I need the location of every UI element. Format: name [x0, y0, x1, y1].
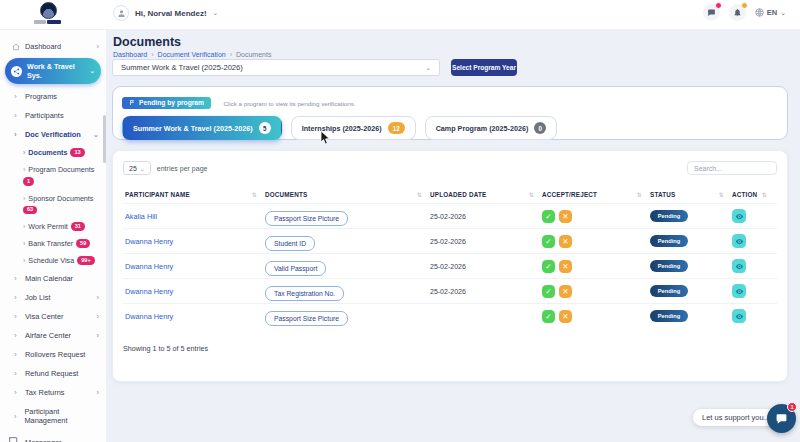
messages-button[interactable]	[703, 4, 720, 21]
sidebar-subitem-documents[interactable]: › Documents 13	[0, 144, 106, 161]
bell-icon	[733, 8, 742, 17]
participant-name[interactable]: Dwanna Henry	[125, 287, 265, 296]
chevron-right-icon: ›	[23, 240, 25, 247]
chevron-right-icon: ›	[11, 93, 20, 100]
reject-button[interactable]: ✕	[559, 260, 572, 273]
sidebar-subitem-schedule-visa[interactable]: › Schedule Visa 99+	[0, 252, 106, 269]
column-header-participant-name[interactable]: PARTICIPANT NAME⇅	[125, 191, 265, 198]
sidebar-subitem-work-permit[interactable]: › Work Permit 31	[0, 218, 106, 235]
pending-by-program-panel: Pending by program Click a program to vi…	[112, 86, 788, 140]
view-button[interactable]	[732, 259, 746, 273]
sidebar-item-messenger[interactable]: Messenger	[0, 430, 106, 442]
column-header-documents[interactable]: DOCUMENTS⇅	[265, 191, 430, 198]
language-selector[interactable]: EN ⌄	[755, 8, 786, 17]
accept-button[interactable]: ✓	[542, 260, 555, 273]
document-button[interactable]: Tax Registration No.	[265, 286, 344, 301]
document-button[interactable]: Valid Passport	[265, 261, 326, 276]
sidebar-item-participant-management[interactable]: › Participant Management	[0, 402, 106, 430]
flag-icon	[129, 99, 135, 106]
tab-summer-work-travel[interactable]: Summer Work & Travel (2025-2026) 5	[122, 116, 282, 140]
document-button[interactable]: Passport Size Picture	[265, 211, 348, 226]
sidebar-item-visa-center[interactable]: › Visa Center ›	[0, 307, 106, 326]
column-header-action[interactable]: ACTION⇅	[732, 191, 775, 198]
participant-name[interactable]: Dwanna Henry	[125, 237, 265, 246]
notifications-button[interactable]	[729, 4, 746, 21]
sidebar-item-work-travel-system[interactable]: Work & Travel Sys. ⌄	[5, 58, 101, 84]
sidebar-item-tax-returns[interactable]: › Tax Returns ›	[0, 383, 106, 402]
main-content: Documents Dashboard › Document Verificat…	[107, 30, 800, 442]
reject-button[interactable]: ✕	[559, 210, 572, 223]
participant-name[interactable]: Dwanna Henry	[125, 262, 265, 271]
sort-icon[interactable]: ⇅	[529, 191, 534, 198]
sort-icon[interactable]: ⇅	[417, 191, 422, 198]
top-header: Hi, Norval Mendez! ⌄ EN ⌄	[0, 0, 800, 30]
program-select[interactable]: Summer Work & Travel (2025-2026) ⌄	[112, 59, 440, 76]
status-badge: Pending	[650, 260, 688, 272]
document-button[interactable]: Student ID	[265, 236, 315, 251]
search-input[interactable]	[687, 161, 777, 175]
sidebar-item-programs[interactable]: › Programs	[0, 87, 106, 106]
participant-name[interactable]: Akalia Hill	[125, 212, 265, 221]
reject-button[interactable]: ✕	[559, 235, 572, 248]
chevron-right-icon: ›	[11, 370, 20, 377]
entries-per-page-label: entries per page	[157, 165, 208, 172]
tab-count-badge: 0	[534, 122, 546, 134]
chevron-down-icon: ⌄	[89, 67, 95, 75]
reject-button[interactable]: ✕	[559, 310, 572, 323]
tab-camp-program[interactable]: Camp Program (2025-2026) 0	[425, 116, 558, 140]
table-row: Dwanna Henry Passport Size Picture ✓ ✕ P…	[123, 303, 777, 328]
status-badge: Pending	[650, 210, 688, 222]
accept-button[interactable]: ✓	[542, 310, 555, 323]
count-badge: 99+	[77, 256, 95, 265]
chevron-right-icon: ›	[23, 166, 25, 173]
sort-icon[interactable]: ⇅	[637, 191, 642, 198]
count-badge: 1	[23, 177, 34, 186]
participant-name[interactable]: Dwanna Henry	[125, 312, 265, 321]
user-menu[interactable]: Hi, Norval Mendez! ⌄	[113, 5, 218, 21]
avatar	[113, 5, 129, 21]
accept-button[interactable]: ✓	[542, 210, 555, 223]
document-button[interactable]: Passport Size Picture	[265, 311, 348, 326]
chevron-right-icon: ›	[11, 389, 20, 396]
sidebar-subitem-bank-transfer[interactable]: › Bank Transfer 59	[0, 235, 106, 252]
view-button[interactable]	[732, 309, 746, 323]
sidebar-item-rollovers-request[interactable]: › Rollovers Request	[0, 345, 106, 364]
uploaded-date: 25-02-2026	[430, 213, 542, 220]
select-program-year-button[interactable]: Select Program Year	[451, 59, 517, 76]
sidebar-item-doc-verification[interactable]: › Doc Verification ⌄	[0, 125, 106, 144]
view-button[interactable]	[732, 234, 746, 248]
sidebar-item-airfare-center[interactable]: › Airfare Center ›	[0, 326, 106, 345]
sort-icon[interactable]: ⇅	[252, 191, 257, 198]
chat-bubble-icon	[8, 436, 18, 442]
eye-icon	[735, 237, 744, 246]
sort-icon[interactable]: ⇅	[762, 191, 767, 198]
sidebar-item-main-calendar[interactable]: › Main Calendar	[0, 269, 106, 288]
table-row: Dwanna Henry Valid Passport 25-02-2026 ✓…	[123, 253, 777, 278]
breadcrumb-dashboard[interactable]: Dashboard	[113, 51, 147, 58]
sort-icon[interactable]: ⇅	[719, 191, 724, 198]
chat-launcher-button[interactable]: 1	[767, 404, 796, 433]
status-badge: Pending	[650, 310, 688, 322]
entries-per-page-select[interactable]: 25 ⌄	[123, 161, 151, 175]
message-icon	[707, 8, 716, 17]
chevron-right-icon: ›	[11, 275, 20, 282]
sidebar-item-participants[interactable]: › Participants	[0, 106, 106, 125]
sidebar-item-dashboard[interactable]: Dashboard ›	[0, 37, 106, 56]
tab-internships[interactable]: Internships (2025-2026) 12	[291, 116, 416, 140]
accept-button[interactable]: ✓	[542, 285, 555, 298]
column-header-uploaded-date[interactable]: UPLOADED DATE⇅	[430, 191, 542, 198]
accept-button[interactable]: ✓	[542, 235, 555, 248]
sidebar-scrollbar[interactable]	[103, 115, 106, 163]
reject-button[interactable]: ✕	[559, 285, 572, 298]
column-header-accept-reject[interactable]: ACCEPT/REJECT⇅	[542, 191, 650, 198]
sidebar-subitem-sponsor-documents[interactable]: › Sponsor Documents 63	[0, 190, 106, 219]
view-button[interactable]	[732, 284, 746, 298]
sidebar-item-job-list[interactable]: › Job List ›	[0, 288, 106, 307]
status-badge: Pending	[650, 285, 688, 297]
sidebar-item-refund-request[interactable]: › Refund Request	[0, 364, 106, 383]
column-header-status[interactable]: STATUS⇅	[650, 191, 732, 198]
breadcrumb-doc-verification[interactable]: Document Verification	[158, 51, 226, 58]
sidebar-subitem-program-documents[interactable]: › Program Documents 1	[0, 161, 106, 190]
chevron-down-icon: ⌄	[213, 9, 219, 17]
view-button[interactable]	[732, 209, 746, 223]
